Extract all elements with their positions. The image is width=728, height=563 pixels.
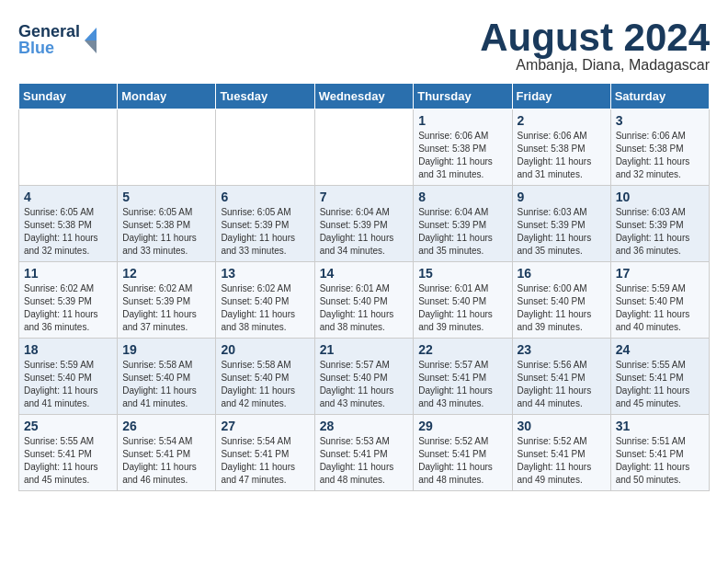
calendar-cell xyxy=(216,109,314,186)
calendar-cell: 28Sunrise: 5:53 AM Sunset: 5:41 PM Dayli… xyxy=(314,415,414,491)
weekday-header-thursday: Thursday xyxy=(414,84,512,109)
day-info: Sunrise: 5:52 AM Sunset: 5:41 PM Dayligh… xyxy=(418,435,506,487)
day-number: 16 xyxy=(518,266,606,281)
weekday-header-wednesday: Wednesday xyxy=(314,84,414,109)
day-number: 9 xyxy=(518,190,606,204)
day-info: Sunrise: 5:58 AM Sunset: 5:40 PM Dayligh… xyxy=(122,359,210,410)
day-number: 29 xyxy=(418,419,506,433)
calendar-cell: 26Sunrise: 5:54 AM Sunset: 5:41 PM Dayli… xyxy=(118,415,216,491)
location-subtitle: Ambanja, Diana, Madagascar xyxy=(480,57,710,74)
title-block: August 2024 Ambanja, Diana, Madagascar xyxy=(480,18,710,74)
day-number: 1 xyxy=(418,113,506,128)
calendar-cell: 9Sunrise: 6:03 AM Sunset: 5:39 PM Daylig… xyxy=(512,186,610,262)
week-row-5: 25Sunrise: 5:55 AM Sunset: 5:41 PM Dayli… xyxy=(19,415,710,491)
header-row: SundayMondayTuesdayWednesdayThursdayFrid… xyxy=(19,84,710,109)
calendar-cell: 15Sunrise: 6:01 AM Sunset: 5:40 PM Dayli… xyxy=(414,262,512,339)
day-number: 10 xyxy=(616,190,704,204)
day-info: Sunrise: 5:57 AM Sunset: 5:40 PM Dayligh… xyxy=(320,359,409,410)
calendar-cell: 21Sunrise: 5:57 AM Sunset: 5:40 PM Dayli… xyxy=(314,339,414,415)
calendar-cell: 7Sunrise: 6:04 AM Sunset: 5:39 PM Daylig… xyxy=(314,186,414,262)
calendar-cell: 8Sunrise: 6:04 AM Sunset: 5:39 PM Daylig… xyxy=(414,186,512,262)
day-info: Sunrise: 6:02 AM Sunset: 5:40 PM Dayligh… xyxy=(221,282,309,334)
calendar-cell: 16Sunrise: 6:00 AM Sunset: 5:40 PM Dayli… xyxy=(512,262,610,339)
calendar-cell: 5Sunrise: 6:05 AM Sunset: 5:38 PM Daylig… xyxy=(118,186,216,262)
day-number: 7 xyxy=(320,190,409,204)
week-row-3: 11Sunrise: 6:02 AM Sunset: 5:39 PM Dayli… xyxy=(19,262,710,339)
day-info: Sunrise: 6:00 AM Sunset: 5:40 PM Dayligh… xyxy=(518,282,606,334)
calendar-cell: 18Sunrise: 5:59 AM Sunset: 5:40 PM Dayli… xyxy=(19,339,118,415)
calendar-cell xyxy=(19,109,118,186)
weekday-header-friday: Friday xyxy=(512,84,610,109)
logo: General Blue xyxy=(18,18,110,60)
calendar-cell: 27Sunrise: 5:54 AM Sunset: 5:41 PM Dayli… xyxy=(216,415,314,491)
day-number: 25 xyxy=(24,419,112,433)
calendar-cell: 1Sunrise: 6:06 AM Sunset: 5:38 PM Daylig… xyxy=(414,109,512,186)
calendar-cell xyxy=(118,109,216,186)
day-info: Sunrise: 6:06 AM Sunset: 5:38 PM Dayligh… xyxy=(616,130,704,181)
day-number: 27 xyxy=(221,419,309,433)
calendar-cell xyxy=(314,109,414,186)
weekday-header-monday: Monday xyxy=(118,84,216,109)
day-number: 31 xyxy=(616,419,704,433)
day-number: 23 xyxy=(518,342,606,357)
day-number: 4 xyxy=(24,190,112,204)
day-number: 19 xyxy=(122,342,210,357)
calendar-cell: 23Sunrise: 5:56 AM Sunset: 5:41 PM Dayli… xyxy=(512,339,610,415)
calendar-cell: 29Sunrise: 5:52 AM Sunset: 5:41 PM Dayli… xyxy=(414,415,512,491)
day-info: Sunrise: 5:55 AM Sunset: 5:41 PM Dayligh… xyxy=(24,435,112,487)
day-number: 3 xyxy=(616,113,704,128)
calendar-cell: 19Sunrise: 5:58 AM Sunset: 5:40 PM Dayli… xyxy=(118,339,216,415)
week-row-1: 1Sunrise: 6:06 AM Sunset: 5:38 PM Daylig… xyxy=(19,109,710,186)
day-number: 24 xyxy=(616,342,704,357)
day-info: Sunrise: 6:02 AM Sunset: 5:39 PM Dayligh… xyxy=(122,282,210,334)
day-info: Sunrise: 5:54 AM Sunset: 5:41 PM Dayligh… xyxy=(122,435,210,487)
day-info: Sunrise: 5:52 AM Sunset: 5:41 PM Dayligh… xyxy=(518,435,606,487)
day-number: 15 xyxy=(418,266,506,281)
calendar-cell: 4Sunrise: 6:05 AM Sunset: 5:38 PM Daylig… xyxy=(19,186,118,262)
calendar-cell: 6Sunrise: 6:05 AM Sunset: 5:39 PM Daylig… xyxy=(216,186,314,262)
day-number: 13 xyxy=(221,266,309,281)
day-number: 30 xyxy=(518,419,606,433)
weekday-header-saturday: Saturday xyxy=(610,84,709,109)
calendar-cell: 14Sunrise: 6:01 AM Sunset: 5:40 PM Dayli… xyxy=(314,262,414,339)
day-info: Sunrise: 6:04 AM Sunset: 5:39 PM Dayligh… xyxy=(320,206,409,258)
logo-svg: General Blue xyxy=(18,18,110,60)
day-info: Sunrise: 6:03 AM Sunset: 5:39 PM Dayligh… xyxy=(518,206,606,258)
day-number: 14 xyxy=(320,266,409,281)
svg-marker-2 xyxy=(85,28,97,40)
day-info: Sunrise: 6:04 AM Sunset: 5:39 PM Dayligh… xyxy=(418,206,506,258)
calendar-cell: 31Sunrise: 5:51 AM Sunset: 5:41 PM Dayli… xyxy=(610,415,709,491)
day-number: 26 xyxy=(122,419,210,433)
day-info: Sunrise: 6:01 AM Sunset: 5:40 PM Dayligh… xyxy=(418,282,506,334)
page-header: General Blue August 2024 Ambanja, Diana,… xyxy=(18,18,710,74)
week-row-4: 18Sunrise: 5:59 AM Sunset: 5:40 PM Dayli… xyxy=(19,339,710,415)
day-info: Sunrise: 5:54 AM Sunset: 5:41 PM Dayligh… xyxy=(221,435,309,487)
day-info: Sunrise: 6:06 AM Sunset: 5:38 PM Dayligh… xyxy=(418,130,506,181)
day-number: 22 xyxy=(418,342,506,357)
calendar-cell: 2Sunrise: 6:06 AM Sunset: 5:38 PM Daylig… xyxy=(512,109,610,186)
day-info: Sunrise: 6:05 AM Sunset: 5:38 PM Dayligh… xyxy=(24,206,112,258)
day-info: Sunrise: 5:58 AM Sunset: 5:40 PM Dayligh… xyxy=(221,359,309,410)
day-info: Sunrise: 6:05 AM Sunset: 5:39 PM Dayligh… xyxy=(221,206,309,258)
day-number: 17 xyxy=(616,266,704,281)
day-number: 8 xyxy=(418,190,506,204)
calendar-cell: 25Sunrise: 5:55 AM Sunset: 5:41 PM Dayli… xyxy=(19,415,118,491)
svg-text:Blue: Blue xyxy=(18,39,54,57)
day-info: Sunrise: 5:56 AM Sunset: 5:41 PM Dayligh… xyxy=(518,359,606,410)
day-number: 6 xyxy=(221,190,309,204)
day-info: Sunrise: 6:03 AM Sunset: 5:39 PM Dayligh… xyxy=(616,206,704,258)
calendar-cell: 11Sunrise: 6:02 AM Sunset: 5:39 PM Dayli… xyxy=(19,262,118,339)
month-title: August 2024 xyxy=(480,18,710,57)
day-info: Sunrise: 6:01 AM Sunset: 5:40 PM Dayligh… xyxy=(320,282,409,334)
calendar-table: SundayMondayTuesdayWednesdayThursdayFrid… xyxy=(18,83,710,491)
day-number: 2 xyxy=(518,113,606,128)
day-info: Sunrise: 5:57 AM Sunset: 5:41 PM Dayligh… xyxy=(418,359,506,410)
calendar-cell: 30Sunrise: 5:52 AM Sunset: 5:41 PM Dayli… xyxy=(512,415,610,491)
weekday-header-sunday: Sunday xyxy=(19,84,118,109)
calendar-cell: 24Sunrise: 5:55 AM Sunset: 5:41 PM Dayli… xyxy=(610,339,709,415)
day-number: 28 xyxy=(320,419,409,433)
day-info: Sunrise: 5:59 AM Sunset: 5:40 PM Dayligh… xyxy=(24,359,112,410)
calendar-cell: 20Sunrise: 5:58 AM Sunset: 5:40 PM Dayli… xyxy=(216,339,314,415)
svg-marker-3 xyxy=(85,40,97,53)
calendar-cell: 17Sunrise: 5:59 AM Sunset: 5:40 PM Dayli… xyxy=(610,262,709,339)
